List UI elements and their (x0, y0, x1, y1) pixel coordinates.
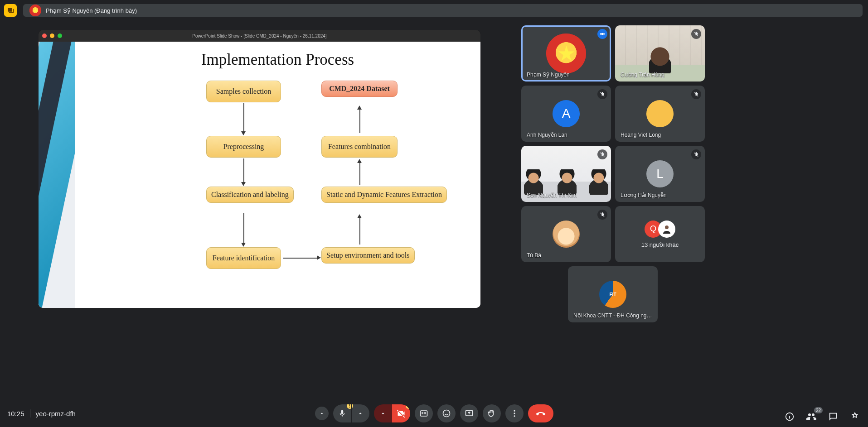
more-options-button[interactable] (505, 404, 524, 422)
overflow-tile[interactable]: Q 13 người khác (615, 206, 705, 262)
arrow-head (241, 182, 246, 186)
box-preprocess: Preprocessing (206, 136, 281, 158)
svg-point-3 (665, 225, 669, 229)
muted-icon (597, 210, 607, 220)
participant-tile[interactable]: Phạm Sỹ Nguyên (521, 25, 611, 82)
present-button[interactable] (460, 404, 478, 422)
svg-point-8 (514, 413, 515, 414)
arrow-head (241, 131, 246, 135)
arrow-head (241, 243, 246, 247)
participant-name: Anh Nguyễn Lan (527, 132, 567, 138)
avatar: A (553, 100, 580, 127)
end-call-button[interactable] (528, 404, 553, 422)
participant-tile[interactable]: A Anh Nguyễn Lan (521, 86, 611, 142)
call-controls: ! ! (315, 404, 553, 422)
participant-tile[interactable]: L Lương Hải Nguyễn (615, 146, 705, 202)
clock: 10:25 (7, 410, 24, 417)
camera-control[interactable]: ! (374, 404, 410, 422)
svg-point-7 (514, 410, 515, 412)
arrow (359, 110, 360, 133)
mac-max-dot (58, 34, 62, 38)
svg-point-1 (601, 33, 604, 35)
muted-icon (691, 29, 701, 39)
participant-tile[interactable]: Hoang Viet Long (615, 86, 705, 142)
arrow (243, 103, 244, 131)
shared-window-titlebar: PowerPoint Slide Show - [Slide CMD_2024 … (39, 30, 480, 42)
muted-icon (597, 149, 607, 159)
mic-toggle-button[interactable] (351, 404, 369, 422)
presenter-avatar: ★ (29, 5, 41, 16)
box-features-comb: Features combination (321, 136, 398, 158)
participant-grid-row2: FIT Nội Khoa CNTT - ĐH Công ng… (521, 266, 704, 322)
meeting-details-button[interactable] (784, 411, 795, 422)
raise-hand-button[interactable] (483, 404, 501, 422)
box-setup: Setup environment and tools (321, 247, 415, 264)
presenter-chip[interactable]: ★ Phạm Sỹ Nguyên (Đang trình bày) (23, 4, 863, 17)
participant-count: 22 (814, 407, 823, 413)
arrow-head (317, 255, 321, 260)
participant-grid: Phạm Sỹ Nguyên Cường Trần Hùng A Anh Ngu… (521, 25, 704, 262)
people-button[interactable]: 22 (805, 411, 817, 422)
avatar: FIT (599, 281, 626, 308)
box-samples: Samples collection (206, 81, 281, 102)
shared-screen[interactable]: PowerPoint Slide Show - [Slide CMD_2024 … (39, 30, 480, 308)
arrow-head (357, 214, 362, 218)
divider (30, 409, 30, 417)
avatar (658, 221, 675, 238)
participant-tile[interactable]: Tú Bá (521, 206, 611, 262)
box-classify: Classification and labeling (206, 187, 294, 203)
participant-name: Hoang Viet Long (621, 132, 661, 138)
mac-min-dot (50, 34, 54, 38)
meeting-code: yeo-rpmz-dfh (36, 410, 76, 417)
participant-name: Sơn Nguyễn Thị Kim (527, 192, 577, 198)
camera-options-button[interactable] (374, 404, 392, 422)
slide-canvas: Implementation Process Samples collectio… (39, 42, 480, 308)
meeting-info: 10:25 yeo-rpmz-dfh (7, 400, 76, 427)
microphone-control[interactable]: ! (333, 404, 369, 422)
overflow-avatars: Q (645, 221, 675, 238)
arrow (283, 258, 317, 259)
avatar: L (646, 160, 674, 187)
svg-point-2 (603, 33, 605, 35)
participant-tile[interactable]: FIT Nội Khoa CNTT - ĐH Công ng… (568, 266, 658, 322)
mac-close-dot (42, 34, 47, 38)
box-dataset: CMD_2024 Dataset (321, 81, 398, 97)
presenter-name: Phạm Sỹ Nguyên (Đang trình bày) (46, 7, 137, 14)
arrow-head (357, 159, 362, 163)
activities-button[interactable] (849, 411, 861, 422)
speaking-icon (597, 29, 607, 39)
slide-stage: Implementation Process Samples collectio… (75, 42, 480, 308)
arrow (359, 163, 360, 185)
mic-options-button[interactable]: ! (333, 404, 351, 422)
participant-tile[interactable]: Sơn Nguyễn Thị Kim (521, 146, 611, 202)
slide-title: Implementation Process (75, 51, 480, 69)
participant-name: Cường Trần Hùng (621, 72, 664, 78)
muted-icon (597, 89, 607, 99)
participant-name: Tú Bá (527, 252, 541, 259)
arrow (243, 213, 244, 243)
avatar (646, 100, 674, 127)
camera-toggle-button[interactable]: ! (392, 404, 410, 422)
svg-point-9 (514, 415, 515, 417)
arrow (243, 158, 244, 182)
participant-name: Nội Khoa CNTT - ĐH Công ng… (573, 312, 652, 319)
chat-button[interactable] (827, 411, 839, 422)
svg-point-5 (443, 410, 450, 417)
arrow-head (357, 106, 362, 110)
collapse-controls-button[interactable] (315, 407, 329, 420)
avatar (546, 34, 586, 73)
reactions-button[interactable] (437, 404, 456, 422)
captions-button[interactable] (415, 404, 433, 422)
video-placeholder (649, 47, 671, 73)
muted-icon (691, 149, 701, 159)
alert-icon: ! (406, 404, 410, 409)
participant-name: Phạm Sỹ Nguyên (527, 72, 570, 78)
muted-icon (691, 89, 701, 99)
overflow-count: 13 người khác (641, 241, 679, 248)
avatar (553, 221, 580, 248)
participant-tile[interactable]: Cường Trần Hùng (615, 25, 705, 82)
participant-name: Lương Hải Nguyễn (621, 192, 667, 198)
arrow (359, 218, 360, 245)
box-feature-id: Feature identification (206, 247, 281, 269)
meeting-side-actions: 22 (784, 411, 861, 422)
